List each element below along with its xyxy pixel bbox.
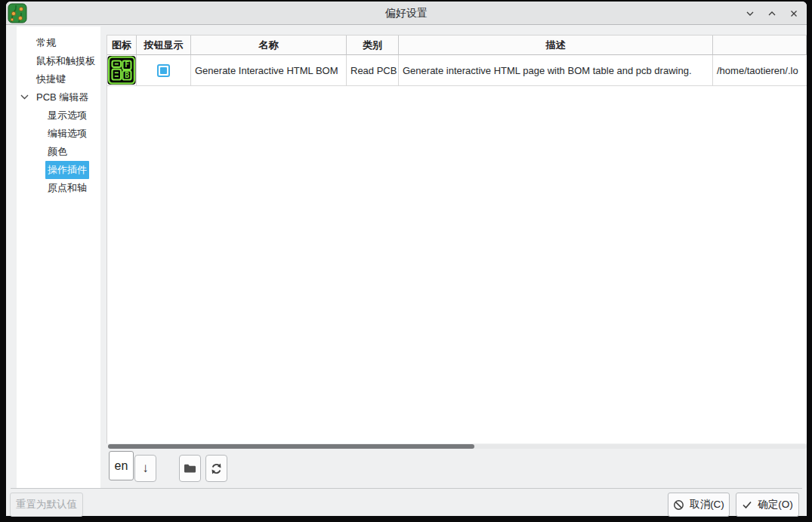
sidebar-item-label: 常规 — [34, 34, 58, 52]
refresh-icon — [210, 462, 223, 475]
action-plugins-table: 图标 按钮显示 名称 类别 描述 F B — [107, 35, 807, 443]
sidebar-item-label: 鼠标和触摸板 — [34, 52, 97, 70]
chevron-up-icon — [766, 8, 778, 20]
sidebar-item-colors[interactable]: 颜色 — [17, 143, 100, 161]
sidebar-item-label: 操作插件 — [45, 161, 89, 179]
checkbox-checked-fill — [160, 67, 167, 74]
sidebar-item-general[interactable]: 常规 — [17, 34, 100, 52]
sidebar-item-label: 原点和轴 — [45, 179, 89, 197]
sidebar-item-hotkeys[interactable]: 快捷键 — [17, 70, 100, 88]
sidebar-item-label: 颜色 — [45, 143, 69, 161]
horizontal-scrollbar-thumb[interactable] — [108, 444, 474, 449]
sidebar-item-label: 显示选项 — [45, 107, 89, 125]
svg-text:F: F — [125, 60, 129, 69]
plugin-category-cell[interactable]: Read PCB — [347, 55, 399, 86]
titlebar: 偏好设置 — [6, 2, 807, 25]
sidebar-item-action-plugins[interactable]: 操作插件 — [17, 161, 100, 179]
plugin-icon-cell[interactable]: F B — [107, 55, 137, 86]
cancel-circle-slash-icon — [673, 499, 684, 511]
sidebar-item-label: PCB 编辑器 — [34, 88, 91, 107]
ok-button-label: 确定(O) — [758, 498, 793, 511]
sidebar-item-editing-options[interactable]: 编辑选项 — [17, 125, 100, 143]
chevron-down-icon[interactable] — [20, 93, 29, 101]
interactive-html-bom-icon: F B — [107, 54, 136, 86]
refresh-plugins-button[interactable] — [205, 455, 227, 482]
footer-separator — [11, 488, 802, 489]
window-title: 偏好设置 — [6, 2, 807, 25]
sidebar-item-origin-axes[interactable]: 原点和轴 — [17, 179, 100, 197]
open-plugin-directory-button[interactable] — [179, 455, 201, 482]
maximize-button[interactable] — [764, 5, 780, 22]
plugin-name-cell[interactable]: Generate Interactive HTML BOM — [191, 55, 347, 86]
settings-sidebar: 常规 鼠标和触摸板 快捷键 PCB 编辑器 显示选项 编辑选项 颜色 — [17, 26, 100, 489]
column-header-path[interactable] — [713, 36, 807, 55]
sidebar-item-display-options[interactable]: 显示选项 — [17, 107, 100, 125]
folder-icon — [184, 463, 196, 474]
cancel-button[interactable]: 取消(C) — [668, 493, 730, 517]
plugin-description-cell[interactable]: Generate interactive HTML page with BOM … — [399, 55, 713, 86]
move-down-button[interactable]: ↓ — [134, 455, 156, 482]
column-header-show-button[interactable]: 按钮显示 — [137, 36, 191, 55]
close-button[interactable] — [786, 5, 802, 22]
column-header-icon[interactable]: 图标 — [107, 36, 137, 55]
cancel-button-label: 取消(C) — [690, 498, 724, 511]
sidebar-item-pcb-editor[interactable]: PCB 编辑器 — [17, 88, 100, 107]
move-up-button[interactable]: en — [109, 451, 134, 480]
close-icon — [788, 8, 800, 20]
window-controls — [742, 2, 802, 25]
settings-tree: 常规 鼠标和触摸板 快捷键 PCB 编辑器 显示选项 编辑选项 颜色 — [17, 26, 100, 197]
sidebar-item-mouse-touchpad[interactable]: 鼠标和触摸板 — [17, 52, 100, 70]
minimize-button[interactable] — [742, 5, 758, 22]
arrow-down-icon: ↓ — [142, 461, 149, 476]
sidebar-item-label: 快捷键 — [34, 70, 68, 88]
sidebar-item-label: 编辑选项 — [45, 125, 89, 143]
plugin-path-cell[interactable]: /home/taotieren/.lo — [713, 55, 807, 86]
column-header-description[interactable]: 描述 — [399, 36, 713, 55]
column-header-category[interactable]: 类别 — [347, 36, 399, 55]
checkmark-icon — [742, 500, 752, 509]
horizontal-scrollbar-track[interactable] — [108, 444, 807, 449]
plugins-grid: 图标 按钮显示 名称 类别 描述 F B — [107, 36, 807, 86]
preferences-dialog: 偏好设置 常规 — [6, 2, 807, 516]
ok-button[interactable]: 确定(O) — [736, 493, 799, 517]
reset-to-defaults-button[interactable]: 重置为默认值 — [10, 493, 83, 517]
chevron-down-icon — [744, 8, 756, 20]
show-button-checkbox[interactable] — [157, 64, 170, 77]
column-header-name[interactable]: 名称 — [191, 36, 347, 55]
show-button-cell — [137, 55, 191, 86]
svg-text:B: B — [125, 71, 129, 79]
